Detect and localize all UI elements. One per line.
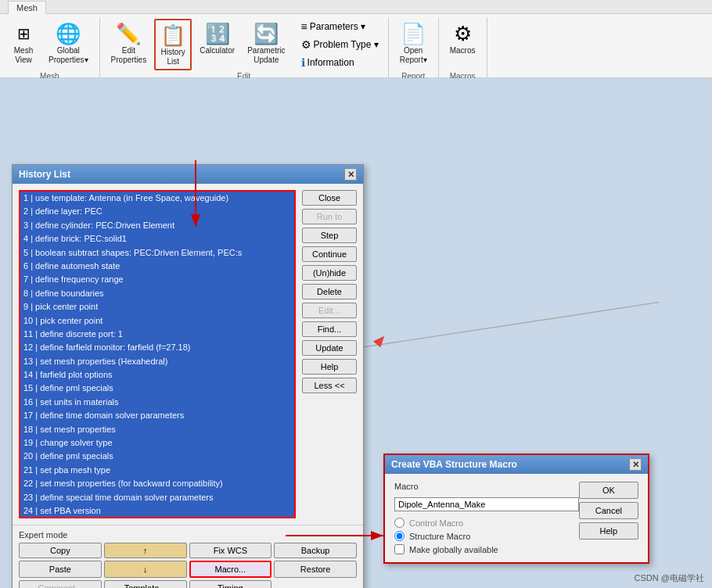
- delete-button[interactable]: Delete: [302, 284, 357, 299]
- history-item[interactable]: 18 | set mesh properties: [20, 423, 294, 436]
- ribbon-content: ⊞ MeshView 🌐 GlobalProperties▾ Mesh ✏️ E…: [0, 14, 712, 85]
- tab-mesh[interactable]: Mesh: [8, 1, 46, 14]
- expert-buttons-grid: Copy ↑ Fix WCS Backup Paste ↓ Macro... R…: [19, 543, 357, 588]
- less-button[interactable]: Less <<: [302, 378, 357, 393]
- vba-ok-button[interactable]: OK: [579, 482, 638, 499]
- history-item[interactable]: 3 | define cylinder: PEC:Driven Element: [20, 219, 294, 232]
- history-item[interactable]: 8 | define boundaries: [20, 287, 294, 300]
- edit-properties-button[interactable]: ✏️ EditProperties: [106, 19, 152, 67]
- history-list[interactable]: 1 | use template: Antenna (in Free Space…: [19, 190, 296, 518]
- parametric-update-icon: 🔄: [254, 21, 279, 46]
- vba-cancel-button[interactable]: Cancel: [579, 502, 638, 519]
- macros-label: Macros: [450, 46, 476, 56]
- parameters-button[interactable]: ≡ Parameters ▾: [298, 19, 382, 34]
- unhide-button[interactable]: (Un)hide: [302, 265, 357, 281]
- history-item[interactable]: 24 | set PBA version: [20, 504, 294, 518]
- information-button[interactable]: ℹ Information: [298, 55, 382, 70]
- history-dialog-close[interactable]: ✕: [344, 168, 357, 181]
- history-item[interactable]: 14 | farfield plot options: [20, 368, 294, 382]
- macro-button[interactable]: Macro...: [189, 561, 272, 578]
- history-item[interactable]: 5 | boolean subtract shapes: PEC:Driven …: [20, 246, 294, 260]
- comment-button[interactable]: Comment...: [19, 580, 102, 588]
- parametric-update-button[interactable]: 🔄 ParametricUpdate: [243, 19, 289, 67]
- up-button[interactable]: ↑: [104, 543, 187, 558]
- history-item[interactable]: 22 | set mesh properties (for backward c…: [20, 477, 294, 490]
- structure-macro-row: Structure Macro: [394, 531, 579, 541]
- mesh-view-button[interactable]: ⊞ MeshView: [6, 19, 41, 67]
- backup-button[interactable]: Backup: [274, 543, 357, 558]
- open-report-button[interactable]: 📄 OpenReport▾: [395, 19, 432, 67]
- vba-help-button[interactable]: Help: [579, 522, 638, 540]
- history-item[interactable]: 9 | pick center point: [20, 300, 294, 314]
- watermark: CSDN @电磁学社: [635, 572, 704, 584]
- edit-properties-icon: ✏️: [116, 21, 141, 46]
- ribbon-group-report: 📄 OpenReport▾ Report: [389, 17, 439, 82]
- open-report-icon: 📄: [401, 21, 426, 46]
- history-dialog-body: 1 | use template: Antenna (in Free Space…: [13, 184, 363, 525]
- ribbon-tabs: Mesh: [0, 0, 712, 14]
- edit-button[interactable]: Edit...: [302, 303, 357, 318]
- paste-button[interactable]: Paste: [19, 561, 102, 578]
- history-item[interactable]: 4 | define brick: PEC:solid1: [20, 232, 294, 246]
- macro-name-input[interactable]: [394, 497, 579, 511]
- vba-title: Create VBA Structure Macro: [391, 459, 517, 470]
- vba-macro-row: Macro: [394, 482, 579, 491]
- update-button[interactable]: Update: [302, 340, 357, 356]
- history-item[interactable]: 10 | pick center point: [20, 314, 294, 328]
- history-item[interactable]: 25 | define special time domain solver p…: [20, 518, 294, 518]
- structure-macro-radio[interactable]: [394, 531, 405, 541]
- vba-input-row: [394, 497, 579, 511]
- information-label: Information: [307, 57, 354, 68]
- vba-close-button[interactable]: ✕: [629, 458, 642, 471]
- global-properties-icon: 🌐: [56, 21, 81, 46]
- template-button[interactable]: Template...: [104, 580, 187, 588]
- find-button[interactable]: Find...: [302, 321, 357, 337]
- parameters-icon: ≡: [301, 20, 307, 33]
- history-item[interactable]: 19 | change solver type: [20, 436, 294, 450]
- fix-wcs-button[interactable]: Fix WCS: [189, 543, 272, 558]
- history-item[interactable]: 15 | define pml specials: [20, 382, 294, 395]
- history-button-group: Close Run to Step Continue (Un)hide Dele…: [302, 190, 357, 518]
- macros-icon: ⚙: [450, 21, 475, 46]
- history-list-label: HistoryList: [161, 48, 185, 66]
- continue-button[interactable]: Continue: [302, 246, 357, 262]
- globally-available-checkbox[interactable]: [394, 544, 405, 554]
- report-group-items: 📄 OpenReport▾: [395, 19, 432, 70]
- restore-button[interactable]: Restore: [274, 561, 357, 578]
- problem-type-label: Problem Type ▾: [314, 39, 379, 50]
- history-item[interactable]: 11 | define discrete port: 1: [20, 328, 294, 341]
- edit-group-items: ✏️ EditProperties 📋 HistoryList 🔢 Calcul…: [106, 19, 382, 70]
- copy-button[interactable]: Copy: [19, 543, 102, 558]
- history-item[interactable]: 21 | set pba mesh type: [20, 464, 294, 477]
- run-to-button[interactable]: Run to: [302, 209, 357, 224]
- calculator-button[interactable]: 🔢 Calculator: [195, 19, 239, 58]
- globally-available-row: Make globally available: [394, 544, 579, 554]
- global-properties-button[interactable]: 🌐 GlobalProperties▾: [44, 19, 93, 67]
- antenna-svg: [313, 281, 689, 383]
- timing-button[interactable]: Timing: [189, 580, 272, 588]
- history-item[interactable]: 23 | define special time domain solver p…: [20, 491, 294, 504]
- workspace: History List ✕ 1 | use template: Antenna…: [0, 78, 712, 588]
- history-dialog-titlebar: History List ✕: [13, 165, 363, 184]
- history-item[interactable]: 20 | define pml specials: [20, 450, 294, 463]
- vba-macro-label: Macro: [394, 482, 433, 491]
- history-list-button[interactable]: 📋 HistoryList: [154, 19, 192, 70]
- problem-type-button[interactable]: ⚙ Problem Type ▾: [298, 37, 382, 52]
- history-item[interactable]: 7 | define frequency range: [20, 273, 294, 286]
- calculator-icon: 🔢: [205, 21, 230, 46]
- history-dialog: History List ✕ 1 | use template: Antenna…: [12, 164, 364, 588]
- history-item[interactable]: 1 | use template: Antenna (in Free Space…: [20, 192, 294, 205]
- macros-button[interactable]: ⚙ Macros: [445, 19, 480, 58]
- help-history-button[interactable]: Help: [302, 359, 357, 375]
- down-button[interactable]: ↓: [104, 561, 187, 578]
- control-macro-radio[interactable]: [394, 518, 405, 528]
- history-item[interactable]: 12 | define farfield monitor: farfield (…: [20, 341, 294, 354]
- history-item[interactable]: 17 | define time domain solver parameter…: [20, 409, 294, 422]
- parametric-update-label: ParametricUpdate: [247, 46, 285, 65]
- step-button[interactable]: Step: [302, 228, 357, 243]
- history-item[interactable]: 2 | define layer: PEC: [20, 205, 294, 218]
- close-history-button[interactable]: Close: [302, 190, 357, 206]
- history-item[interactable]: 16 | set units in materials: [20, 396, 294, 409]
- history-item[interactable]: 6 | define automesh state: [20, 260, 294, 273]
- history-item[interactable]: 13 | set mesh properties (Hexahedral): [20, 355, 294, 368]
